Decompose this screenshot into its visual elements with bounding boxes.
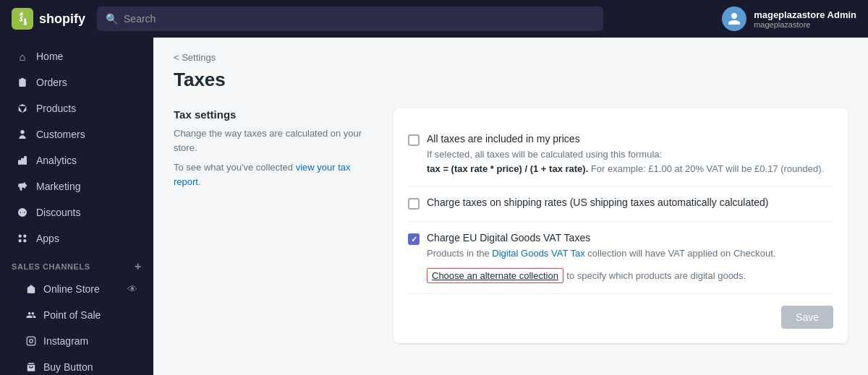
all-taxes-checkbox[interactable] <box>408 134 420 146</box>
all-taxes-label: All taxes are included in my prices <box>427 133 833 145</box>
sidebar-item-customers[interactable]: Customers <box>4 122 149 147</box>
instagram-icon <box>25 335 38 348</box>
sidebar-sub-item-label: Buy Button <box>43 361 93 373</box>
add-channel-icon[interactable]: + <box>135 260 142 273</box>
all-taxes-desc: If selected, all taxes will be calculate… <box>427 147 833 176</box>
point-of-sale-icon <box>25 309 38 322</box>
brand-logo[interactable]: shopify <box>12 8 85 30</box>
eu-vat-checkbox[interactable] <box>408 233 420 245</box>
sidebar-item-label: Customers <box>36 129 85 140</box>
user-section: mageplazastore Admin mageplazastore <box>722 7 856 31</box>
products-icon <box>16 102 29 115</box>
shipping-taxes-option: Charge taxes on shipping rates (US shipp… <box>408 186 833 222</box>
sidebar-item-marketing[interactable]: Marketing <box>4 174 149 199</box>
eu-vat-content: Charge EU Digital Goods VAT Taxes Produc… <box>427 232 833 283</box>
section-link-text: To see what you've collected view your t… <box>174 160 376 189</box>
sidebar-item-point-of-sale[interactable]: Point of Sale <box>4 303 149 327</box>
sidebar-item-online-store[interactable]: Online Store 👁 <box>4 277 149 301</box>
svg-point-2 <box>33 338 34 339</box>
sidebar-item-instagram[interactable]: Instagram <box>4 329 149 353</box>
svg-rect-0 <box>27 337 35 345</box>
marketing-icon <box>16 180 29 193</box>
sales-channels-header: SALES CHANNELS + <box>0 251 153 276</box>
apps-icon <box>16 232 29 245</box>
online-store-icon <box>25 283 38 296</box>
sidebar-sub-item-label: Point of Sale <box>43 309 101 321</box>
all-taxes-option: All taxes are included in my prices If s… <box>408 123 833 186</box>
user-store: mageplazastore <box>754 20 856 29</box>
orders-icon <box>16 76 29 89</box>
buy-button-icon <box>25 361 38 374</box>
sidebar-item-label: Orders <box>36 77 67 88</box>
main-content: < Settings Taxes Tax settings Change the… <box>153 38 868 375</box>
section-description: Change the way taxes are calculated on y… <box>174 126 376 155</box>
section-title: Tax settings <box>174 108 376 121</box>
sidebar-item-buy-button[interactable]: Buy Button <box>4 355 149 375</box>
search-icon: 🔍 <box>106 13 118 25</box>
eu-vat-desc: Products in the Digital Goods VAT Tax co… <box>427 246 833 261</box>
brand-name: shopify <box>39 12 85 27</box>
top-navigation: shopify 🔍 mageplazastore Admin mageplaza… <box>0 0 868 38</box>
sidebar-item-analytics[interactable]: Analytics <box>4 148 149 173</box>
shopify-logo-icon <box>12 8 33 30</box>
search-bar[interactable]: 🔍 <box>97 7 603 31</box>
page-title: Taxes <box>174 69 848 91</box>
eye-icon[interactable]: 👁 <box>127 283 137 295</box>
card-footer: Save <box>408 306 833 329</box>
digital-goods-vat-link[interactable]: Digital Goods VAT Tax <box>492 248 584 259</box>
tax-options-card: All taxes are included in my prices If s… <box>393 108 848 343</box>
search-input[interactable] <box>124 13 595 25</box>
sales-channels-label: SALES CHANNELS <box>12 262 90 271</box>
sidebar-item-label: Home <box>36 51 63 62</box>
shipping-taxes-content: Charge taxes on shipping rates (US shipp… <box>427 197 833 211</box>
sidebar-item-home[interactable]: ⌂ Home <box>4 44 149 69</box>
choose-collection-desc: to specify which products are digital go… <box>566 270 746 281</box>
user-name: mageplazastore Admin <box>754 9 856 20</box>
analytics-icon <box>16 154 29 167</box>
user-info: mageplazastore Admin mageplazastore <box>754 9 856 29</box>
choose-collection-button[interactable]: Choose an alternate collection <box>427 268 563 283</box>
sidebar-item-discounts[interactable]: Discounts <box>4 200 149 225</box>
sidebar-item-label: Analytics <box>36 155 77 166</box>
content-grid: Tax settings Change the way taxes are ca… <box>174 108 848 343</box>
sidebar-item-label: Marketing <box>36 181 80 192</box>
svg-point-1 <box>30 340 33 343</box>
shipping-taxes-label: Charge taxes on shipping rates (US shipp… <box>427 197 833 208</box>
sidebar-item-label: Products <box>36 103 76 114</box>
eu-vat-label: Charge EU Digital Goods VAT Taxes <box>427 232 833 243</box>
sidebar: ⌂ Home Orders Products Customers Analy <box>0 38 153 375</box>
sidebar-item-label: Apps <box>36 233 59 244</box>
all-taxes-content: All taxes are included in my prices If s… <box>427 133 833 176</box>
customers-icon <box>16 128 29 141</box>
save-button[interactable]: Save <box>781 306 833 329</box>
sidebar-item-products[interactable]: Products <box>4 96 149 121</box>
discounts-icon <box>16 206 29 219</box>
sidebar-sub-item-label: Online Store <box>43 283 100 295</box>
sidebar-item-apps[interactable]: Apps <box>4 226 149 251</box>
breadcrumb[interactable]: < Settings <box>174 52 848 63</box>
avatar[interactable] <box>722 7 746 31</box>
sidebar-sub-item-label: Instagram <box>43 335 88 347</box>
home-icon: ⌂ <box>16 50 29 63</box>
eu-vat-option: Charge EU Digital Goods VAT Taxes Produc… <box>408 222 833 294</box>
sidebar-item-label: Discounts <box>36 207 80 218</box>
section-info: Tax settings Change the way taxes are ca… <box>174 108 376 194</box>
shipping-taxes-checkbox[interactable] <box>408 198 420 210</box>
sidebar-item-orders[interactable]: Orders <box>4 70 149 95</box>
